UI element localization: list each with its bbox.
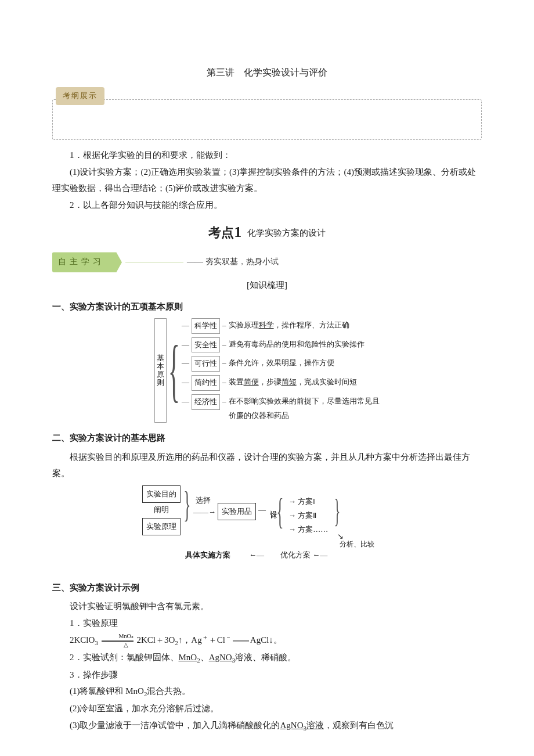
principle-item: —经济性– 在不影响实验效果的前提下，尽量选用常见且价廉的仪器和药品 [182, 394, 380, 423]
flow-plan-1: → 方案Ⅰ [288, 495, 315, 509]
lecture-title: 第三讲 化学实验设计与评价 [52, 64, 482, 81]
principle-item: —可行性– 条件允许，效果明显，操作方便 [182, 356, 380, 372]
principle-item: —科学性– 实验原理科学，操作程序、方法正确 [182, 318, 380, 334]
flow-box-tools: 实验用品 [218, 503, 256, 521]
section-3-intro: 设计实验证明氯酸钾中含有氯元素。 [52, 598, 482, 615]
principles-diagram: 基本原则 { —科学性– 实验原理科学，操作程序、方法正确 —安全性– 避免有毒… [52, 318, 482, 423]
section-2-body: 根据实验目的和原理及所选用的药品和仪器，设计合理的实验方案，并且从几种方案中分析… [52, 449, 482, 482]
syllabus-p1: 1．根据化学实验的目的和要求，能做到： [52, 147, 482, 164]
flow-label-mid: 阐明 [154, 503, 169, 517]
self-study-tagline: 夯实双基，热身小试 [187, 254, 279, 270]
section-1-heading: 一、实验方案设计的五项基本原则 [52, 298, 482, 315]
subhead-steps: 3．操作步骤 [52, 667, 482, 683]
reagents-line: 2．实验试剂：氯酸钾固体、MnO2、AgNO3溶液、稀硝酸。 [52, 649, 482, 667]
self-study-banner: 自主学习 夯实双基，热身小试 [52, 252, 482, 272]
syllabus-box: 考纲展示 [52, 87, 482, 140]
section-3-heading: 三、实验方案设计示例 [52, 579, 482, 596]
topic-subtitle: 化学实验方案的设计 [247, 228, 326, 237]
flow-box-goal: 实验目的 [142, 485, 181, 503]
principle-item: —简约性– 装置简便，步骤简短，完成实验时间短 [182, 375, 380, 391]
flow-label-impl: 具体实施方案 [185, 548, 230, 563]
flow-plan-2: → 方案Ⅱ [288, 509, 316, 523]
step-2: (2)冷却至室温，加水充分溶解后过滤。 [52, 700, 482, 717]
syllabus-p1-detail: (1)设计实验方案；(2)正确选用实验装置；(3)掌握控制实验条件的方法；(4)… [52, 164, 482, 197]
equation-line: 2KClO3 MnO₂ △ 2KCl＋3O2↑，Ag＋＋Cl－AgCl↓。 [52, 631, 482, 649]
knowledge-label: [知识梳理] [52, 277, 482, 294]
syllabus-tab: 考纲展示 [56, 87, 104, 105]
subhead-principle: 1．实验原理 [52, 615, 482, 632]
section-2-heading: 二、实验方案设计的基本思路 [52, 430, 482, 447]
flow-box-principle: 实验原理 [142, 518, 181, 536]
flow-label-opt: 优化方案 ←— [280, 548, 327, 563]
topic-heading: 考点1 化学实验方案的设计 [52, 218, 482, 246]
flow-plan-3: → 方案…… [288, 523, 328, 537]
principles-root: 基本原则 [154, 318, 167, 423]
reaction-condition: MnO₂ △ [102, 633, 134, 649]
topic-prefix: 考点 [208, 225, 234, 240]
syllabus-p2: 2．以上各部分知识与技能的综合应用。 [52, 197, 482, 214]
principle-item: —安全性– 避免有毒药品的使用和危险性的实验操作 [182, 337, 380, 353]
step-1: (1)将氯酸钾和 MnO2混合共热。 [52, 683, 482, 700]
step-3: (3)取少量滤液于一洁净试管中，加入几滴稀硝酸酸化的AgNO3溶液，观察到有白色… [52, 717, 482, 735]
self-study-tab: 自主学习 [52, 252, 122, 272]
flow-diagram: 实验目的 实验原理 阐明 } 选择 ——→ 实验用品 — 设计 { → 方案Ⅰ … [142, 485, 392, 573]
brace-icon: { [168, 337, 180, 404]
flow-label-compare: 分析、比较 [340, 538, 374, 551]
topic-number: 1 [234, 224, 241, 240]
